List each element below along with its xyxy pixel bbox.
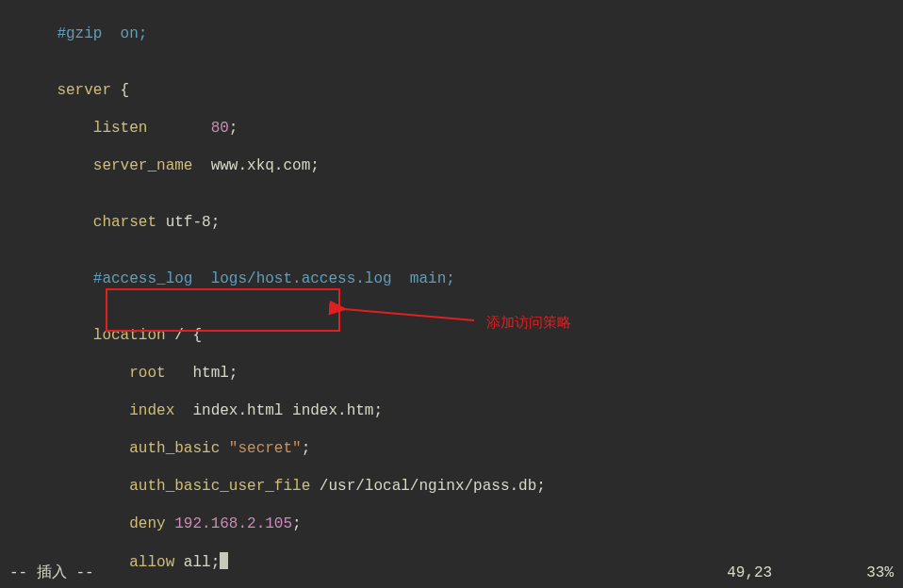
code-line: charset utf-8;	[21, 213, 903, 232]
annotation-highlight-box	[106, 288, 340, 332]
code-line: listen 80;	[21, 119, 903, 138]
code-line: server_name www.xkq.com;	[21, 156, 903, 175]
code-line: #gzip on;	[21, 24, 903, 43]
code-line: #access_log logs/host.access.log main;	[21, 270, 903, 288]
code-line: root html;	[21, 364, 903, 383]
vim-mode-indicator: -- 插入 --	[9, 564, 94, 582]
code-line: index index.html index.htm;	[21, 401, 903, 420]
code-line: auth_basic "secret";	[21, 439, 903, 458]
code-line: deny 192.168.2.105;	[21, 514, 903, 533]
annotation-label: 添加访问策略	[486, 313, 571, 332]
vim-scroll-percent: 33%	[866, 564, 894, 582]
code-line: auth_basic_user_file /usr/local/nginx/pa…	[21, 477, 903, 496]
vim-status-bar: -- 插入 -- 49,23 33%	[0, 564, 903, 582]
vim-cursor-position: 49,23	[727, 564, 772, 582]
code-line: server {	[21, 81, 903, 100]
